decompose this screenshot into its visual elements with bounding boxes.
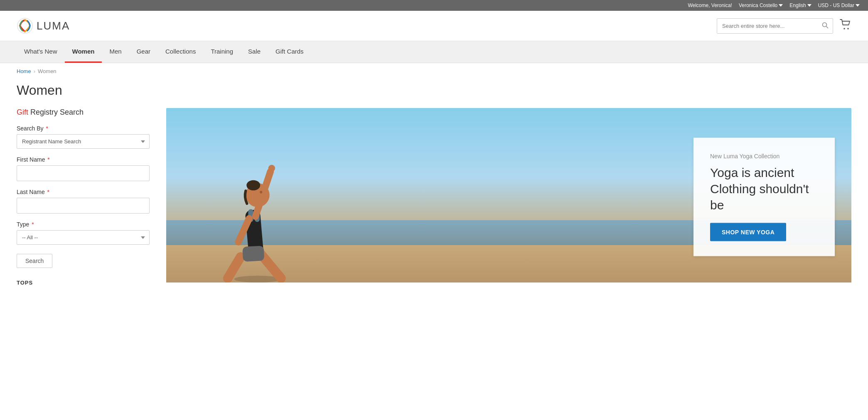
svg-point-16 [246,180,260,191]
user-menu[interactable]: Veronica Costello [739,2,783,8]
last-name-input[interactable] [17,198,150,214]
welcome-text: Welcome, Veronica! [688,2,732,8]
search-by-label: Search By * [17,125,150,132]
nav-link-gift-cards[interactable]: Gift Cards [268,41,311,61]
currency-menu[interactable]: USD - US Dollar [818,2,860,8]
cart-svg [840,19,851,30]
svg-point-17 [260,191,262,193]
svg-rect-11 [242,246,264,262]
sidebar: Gift Registry Search Search By * Registr… [17,108,150,286]
breadcrumb-separator: › [34,68,35,74]
luma-logo-icon [17,17,33,34]
nav-item-what's-new: What's New [17,41,65,63]
search-input[interactable] [717,20,818,32]
search-bar [717,18,833,34]
first-name-input[interactable] [17,165,150,181]
banner-area: New Luma Yoga Collection Yoga is ancient… [166,108,851,286]
type-select[interactable]: -- All --WeddingBabyBirthday [17,230,150,245]
banner-card: New Luma Yoga Collection Yoga is ancient… [693,138,835,256]
breadcrumb: Home › Women [0,63,868,79]
search-by-group: Search By * Registrant Name SearchEvent … [17,125,150,149]
last-name-group: Last Name * [17,189,150,214]
nav-item-sale: Sale [241,41,268,63]
svg-point-4 [847,28,849,29]
main-nav: What's NewWomenMenGearCollectionsTrainin… [0,41,868,63]
main-content: Gift Registry Search Search By * Registr… [0,108,868,302]
language-menu[interactable]: English [789,2,811,8]
gift-colored-text: Gift [17,108,28,116]
top-bar: Welcome, Veronica! Veronica Costello Eng… [0,0,868,11]
search-icon [822,22,829,29]
cart-icon[interactable] [840,19,851,32]
search-by-select[interactable]: Registrant Name SearchEvent Name SearchR… [17,134,150,149]
nav-item-women: Women [65,41,102,63]
type-label: Type * [17,221,150,228]
svg-point-1 [823,22,827,27]
gift-registry-title: Gift Registry Search [17,108,150,117]
svg-point-13 [268,165,275,172]
nav-link-gear[interactable]: Gear [129,41,158,61]
shop-new-yoga-button[interactable]: Shop New Yoga [710,223,786,241]
svg-point-3 [843,28,845,29]
search-button[interactable]: Search [17,254,52,268]
nav-item-collections: Collections [158,41,203,63]
nav-item-training: Training [203,41,241,63]
svg-line-6 [228,257,241,278]
header: LUMA [0,11,868,41]
page-title: Women [0,79,868,108]
logo-text: LUMA [37,20,70,32]
first-name-label: First Name * [17,156,150,163]
tops-heading: TOPS [17,280,150,286]
type-group: Type * -- All --WeddingBabyBirthday [17,221,150,245]
yoga-figure [199,120,316,282]
last-name-label: Last Name * [17,189,150,195]
nav-item-men: Men [102,41,129,63]
breadcrumb-home[interactable]: Home [17,68,31,74]
nav-link-sale[interactable]: Sale [241,41,268,61]
banner-subtitle: New Luma Yoga Collection [710,153,818,160]
banner-heading: Yoga is ancient Clothing shouldn't be [710,165,818,213]
nav-link-women[interactable]: Women [65,41,102,63]
header-right [717,18,851,34]
nav-link-collections[interactable]: Collections [158,41,203,61]
first-name-group: First Name * [17,156,150,181]
breadcrumb-current: Women [38,68,57,74]
nav-item-gear: Gear [129,41,158,63]
svg-line-2 [826,26,829,28]
nav-link-men[interactable]: Men [102,41,129,61]
logo-link[interactable]: LUMA [17,17,70,34]
nav-link-training[interactable]: Training [203,41,241,61]
search-submit-button[interactable] [818,19,833,33]
nav-item-gift-cards: Gift Cards [268,41,311,63]
nav-link-what's-new[interactable]: What's New [17,41,65,61]
